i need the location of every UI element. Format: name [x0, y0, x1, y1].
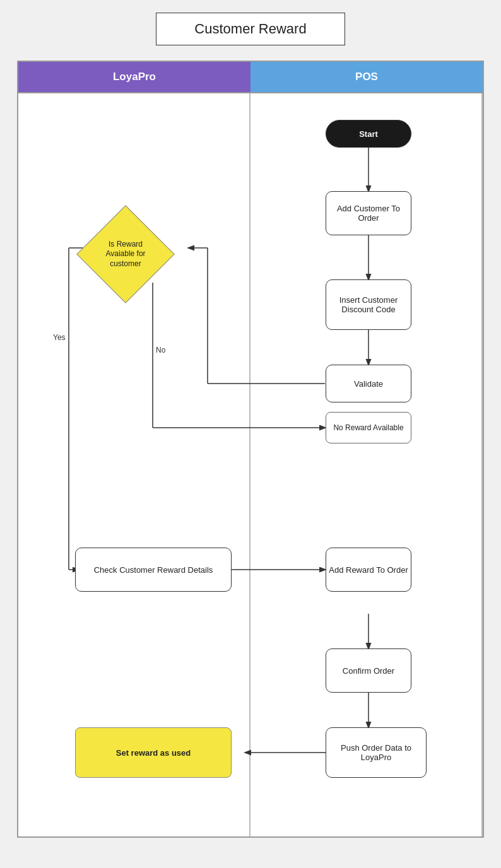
- check-reward-node: Check Customer Reward Details: [75, 548, 232, 592]
- no-label: No: [156, 346, 165, 355]
- push-order-node: Push Order Data to LoyaPro: [326, 727, 427, 778]
- diagram-container: LoyaPro POS: [17, 61, 484, 838]
- lanes-header: LoyaPro POS: [18, 62, 483, 92]
- lane-header-pos: POS: [250, 62, 483, 92]
- lane-header-loyapro: LoyaPro: [18, 62, 250, 92]
- insert-discount-node: Insert Customer Discount Code: [326, 279, 411, 330]
- page-title: Customer Reward: [194, 21, 306, 37]
- is-reward-diamond: Is Reward Avaiable for customer: [81, 210, 170, 298]
- lane-loyapro: [18, 93, 250, 836]
- start-node: Start: [326, 120, 411, 148]
- add-customer-node: Add Customer To Order: [326, 191, 411, 235]
- yes-label: Yes: [53, 333, 66, 342]
- validate-node: Validate: [326, 365, 411, 402]
- add-reward-order-node: Add Reward To Order: [326, 548, 411, 592]
- set-reward-node: Set reward as used: [75, 727, 232, 778]
- no-reward-node: No Reward Available: [326, 412, 411, 443]
- confirm-order-node: Confirm Order: [326, 648, 411, 693]
- title-box: Customer Reward: [156, 13, 345, 45]
- lanes-body: Start Add Customer To Order Insert Custo…: [18, 92, 483, 836]
